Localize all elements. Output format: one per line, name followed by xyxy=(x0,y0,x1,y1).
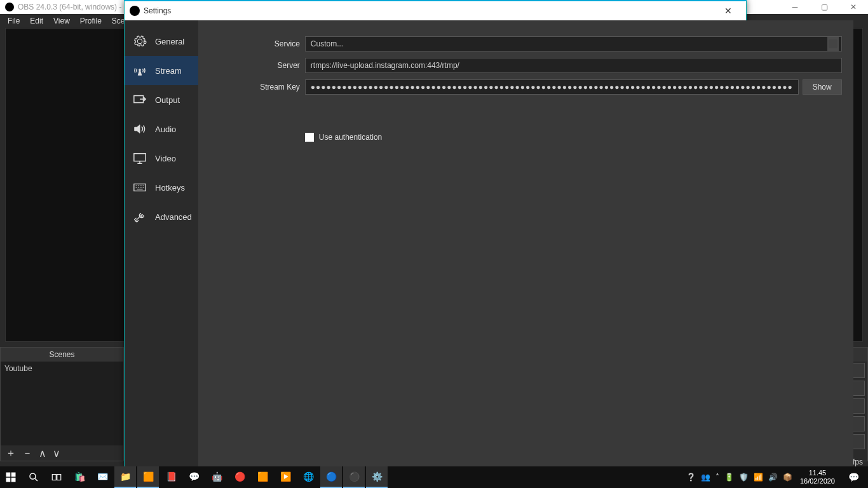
sidebar-item-label: Output xyxy=(155,95,180,105)
close-button[interactable]: ✕ xyxy=(839,0,868,14)
clock-time: 11.45 xyxy=(800,469,835,477)
sidebar-item-label: Stream xyxy=(155,66,182,76)
settings-window-icon xyxy=(130,6,140,16)
streamkey-value: ●●●●●●●●●●●●●●●●●●●●●●●●●●●●●●●●●●●●●●●●… xyxy=(311,83,793,92)
add-scene-icon[interactable]: ＋ xyxy=(6,447,16,460)
start-button[interactable] xyxy=(0,466,22,488)
svg-rect-2 xyxy=(134,154,146,161)
svg-rect-10 xyxy=(57,475,61,480)
svg-rect-7 xyxy=(11,478,16,482)
menu-profile[interactable]: Profile xyxy=(75,17,107,25)
sidebar-item-label: Video xyxy=(155,154,176,163)
taskbar-app-sublime[interactable]: 🟧 xyxy=(137,466,159,488)
tray-dropbox-icon[interactable]: 📦 xyxy=(783,473,792,482)
move-down-icon[interactable]: ∨ xyxy=(53,447,60,459)
taskbar-app-misc2[interactable]: 🔵 xyxy=(320,466,342,488)
search-icon[interactable] xyxy=(23,466,44,488)
notifications-icon[interactable]: 💬 xyxy=(843,466,864,488)
taskbar-app-pdf[interactable]: 📕 xyxy=(160,466,182,488)
taskbar-app-explorer[interactable]: 📁 xyxy=(114,466,136,488)
tray-battery-icon[interactable]: 🔋 xyxy=(724,473,734,482)
sidebar-item-video[interactable]: Video xyxy=(125,144,198,173)
taskbar-app-opera[interactable]: 🔴 xyxy=(229,466,250,488)
tray-wifi-icon[interactable]: 📶 xyxy=(754,473,763,482)
service-label: Service xyxy=(210,39,305,48)
taskbar-app-line[interactable]: 💬 xyxy=(183,466,205,488)
keyboard-icon xyxy=(131,180,149,194)
svg-point-8 xyxy=(30,473,36,479)
gear-icon xyxy=(131,34,149,48)
move-up-icon[interactable]: ∧ xyxy=(39,447,46,459)
menu-file[interactable]: File xyxy=(3,17,25,25)
taskbar-app-chrome[interactable]: 🌐 xyxy=(297,466,319,488)
sidebar-item-label: General xyxy=(155,37,184,46)
main-window-title: OBS 24.0.3 (64-bit, windows) - P xyxy=(18,3,129,11)
tray-expand-icon[interactable]: ˄ xyxy=(715,473,719,482)
tools-icon xyxy=(131,210,149,224)
broadcast-icon xyxy=(131,64,149,78)
svg-rect-6 xyxy=(6,478,11,482)
sidebar-item-label: Hotkeys xyxy=(155,183,185,193)
scene-item[interactable]: Youtube xyxy=(1,362,123,376)
server-label: Server xyxy=(210,61,305,70)
taskbar-app-misc1[interactable]: ▶️ xyxy=(275,466,296,488)
use-auth-checkbox[interactable] xyxy=(305,133,314,142)
streamkey-input[interactable]: ●●●●●●●●●●●●●●●●●●●●●●●●●●●●●●●●●●●●●●●●… xyxy=(305,79,799,95)
taskbar-clock[interactable]: 11.45 16/02/2020 xyxy=(796,469,839,485)
taskview-icon[interactable] xyxy=(46,466,67,488)
menu-edit[interactable]: Edit xyxy=(25,17,48,25)
scenes-header: Scenes xyxy=(1,348,123,362)
svg-rect-3 xyxy=(134,184,146,191)
output-icon xyxy=(131,93,149,107)
system-tray[interactable]: ❔ 👥 ˄ 🔋 🛡️ 📶 🔊 📦 xyxy=(686,473,792,482)
clock-date: 16/02/2020 xyxy=(800,477,835,485)
svg-point-0 xyxy=(139,69,141,71)
sidebar-item-label: Audio xyxy=(155,125,176,134)
taskbar-app-misc3[interactable]: ⚫ xyxy=(343,466,365,488)
sidebar-item-stream[interactable]: Stream xyxy=(125,56,198,85)
tray-volume-icon[interactable]: 🔊 xyxy=(768,473,778,482)
taskbar-app-android[interactable]: 🤖 xyxy=(206,466,227,488)
settings-content: Service Custom... ▲▼ Server rtmps://live… xyxy=(198,20,853,466)
settings-sidebar: General Stream Output Audio Video Hotkey… xyxy=(125,20,198,466)
sidebar-item-hotkeys[interactable]: Hotkeys xyxy=(125,173,198,202)
taskbar-app-mail[interactable]: ✉️ xyxy=(92,466,113,488)
sidebar-item-general[interactable]: General xyxy=(125,27,198,56)
taskbar-app-store[interactable]: 🛍️ xyxy=(69,466,90,488)
remove-scene-icon[interactable]: － xyxy=(22,447,32,460)
server-input[interactable]: rtmps://live-upload.instagram.com:443/rt… xyxy=(305,58,842,73)
windows-taskbar: 🛍️ ✉️ 📁 🟧 📕 💬 🤖 🔴 🟧 ▶️ 🌐 🔵 ⚫ ⚙️ ❔ 👥 ˄ 🔋 … xyxy=(0,466,868,488)
minimize-button[interactable]: ─ xyxy=(780,0,810,14)
tray-security-icon[interactable]: 🛡️ xyxy=(739,473,749,482)
settings-title: Settings xyxy=(144,6,715,15)
tray-help-icon[interactable]: ❔ xyxy=(686,473,696,482)
show-streamkey-button[interactable]: Show xyxy=(803,79,842,95)
use-auth-label: Use authentication xyxy=(319,133,382,142)
obs-icon xyxy=(5,3,14,11)
sidebar-item-output[interactable]: Output xyxy=(125,85,198,114)
taskbar-app-xampp[interactable]: 🟧 xyxy=(252,466,273,488)
speaker-icon xyxy=(131,122,149,136)
scenes-toolbar: ＋ － ∧ ∨ xyxy=(1,445,123,461)
service-select[interactable]: Custom... ▲▼ xyxy=(305,36,842,51)
svg-rect-9 xyxy=(52,475,56,480)
service-value: Custom... xyxy=(311,39,343,48)
sidebar-item-label: Advanced xyxy=(155,212,192,222)
select-arrows-icon: ▲▼ xyxy=(827,37,839,51)
maximize-button[interactable]: ▢ xyxy=(810,0,839,14)
scenes-dock: Scenes Youtube ＋ － ∧ ∨ xyxy=(0,347,124,461)
svg-rect-5 xyxy=(11,473,16,477)
settings-close-button[interactable]: ✕ xyxy=(715,6,741,16)
settings-titlebar: Settings ✕ xyxy=(125,1,746,20)
sidebar-item-audio[interactable]: Audio xyxy=(125,114,198,144)
streamkey-label: Stream Key xyxy=(210,83,305,92)
menu-view[interactable]: View xyxy=(48,17,75,25)
settings-dialog: Settings ✕ General Stream Output Audio xyxy=(124,0,747,467)
server-value: rtmps://live-upload.instagram.com:443/rt… xyxy=(311,61,459,70)
svg-rect-4 xyxy=(6,473,11,477)
tray-people-icon[interactable]: 👥 xyxy=(701,473,710,482)
monitor-icon xyxy=(131,151,149,165)
sidebar-item-advanced[interactable]: Advanced xyxy=(125,202,198,231)
taskbar-app-obs[interactable]: ⚙️ xyxy=(366,466,388,488)
